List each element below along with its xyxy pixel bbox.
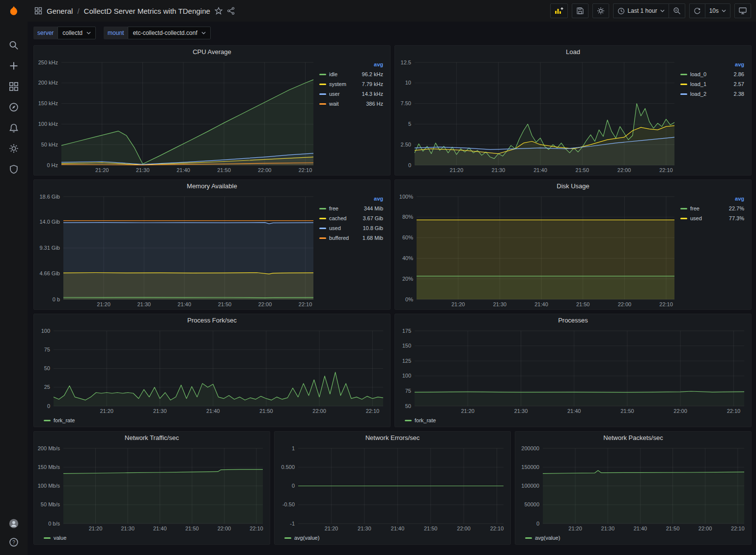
memory-available-chart[interactable]: 0 b4.66 Gib9.31 Gib14.0 Gib18.6 Gib21:20…	[36, 193, 318, 308]
zoom-out-button[interactable]	[669, 3, 685, 18]
legend-item: user14.3 kHz	[318, 89, 384, 99]
legend-item: avg(value)	[524, 533, 561, 543]
variable-server-select[interactable]: collectd	[57, 27, 96, 39]
grafana-logo-icon[interactable]	[7, 5, 20, 18]
legend-series-name[interactable]: used	[329, 225, 341, 231]
panel-title[interactable]: Network Errors/sec	[275, 432, 510, 444]
svg-text:21:30: 21:30	[121, 526, 135, 531]
legend-series-name[interactable]: fork_rate	[415, 417, 436, 423]
chart-svg: 0 b4.66 Gib9.31 Gib14.0 Gib18.6 Gib21:20…	[36, 193, 318, 308]
svg-text:22:00: 22:00	[312, 408, 326, 414]
refresh-interval-picker[interactable]: 10s	[705, 3, 730, 18]
legend-series-name[interactable]: system	[329, 81, 346, 87]
panel-title[interactable]: Processes	[395, 314, 751, 327]
legend-series-name[interactable]: buffered	[329, 235, 349, 241]
favorite-star-icon[interactable]	[215, 7, 223, 15]
svg-text:25: 25	[44, 384, 50, 390]
legend-color-line	[319, 237, 326, 239]
time-range-picker[interactable]: Last 1 hour	[613, 3, 669, 18]
panel-memory-available: Memory Available 0 b4.66 Gib9.31 Gib14.0…	[33, 179, 391, 310]
svg-text:21:20: 21:20	[461, 408, 475, 414]
legend-series-name[interactable]: used	[690, 215, 702, 221]
panel-title[interactable]: Network Traffic/sec	[34, 432, 270, 444]
legend-avg-header[interactable]: avg	[318, 195, 384, 204]
legend-series-name[interactable]: user	[329, 91, 339, 97]
legend-series-value: 2.86	[734, 71, 744, 77]
cpu-average-chart[interactable]: 0 Hz50 kHz100 kHz150 kHz200 kHz250 kHz21…	[36, 58, 318, 174]
panel-load: Load 02.5057.501012.521:2021:3021:4021:5…	[394, 45, 752, 175]
dashboards-icon[interactable]	[9, 82, 19, 91]
breadcrumb: General / CollectD Server Metrics with T…	[34, 7, 235, 15]
legend-color-line	[680, 218, 687, 219]
panel-title[interactable]: Process Fork/sec	[34, 314, 390, 327]
legend-series-name[interactable]: value	[54, 535, 66, 541]
dashboard-settings-button[interactable]	[592, 3, 609, 18]
svg-text:80%: 80%	[402, 214, 413, 220]
legend-series-name[interactable]: fork_rate	[54, 417, 75, 423]
svg-text:75: 75	[44, 347, 50, 352]
legend-avg-header[interactable]: avg	[318, 60, 384, 69]
explore-compass-icon[interactable]	[9, 102, 19, 112]
user-avatar[interactable]	[9, 519, 19, 528]
panel-title[interactable]: Disk Usage	[395, 180, 751, 193]
create-plus-icon[interactable]	[9, 61, 19, 71]
legend-series-name[interactable]: avg(value)	[535, 535, 560, 541]
search-icon[interactable]	[9, 40, 19, 50]
breadcrumb-folder[interactable]: General	[47, 7, 73, 15]
legend-series-value: 344 Mib	[364, 205, 383, 211]
panel-title[interactable]: CPU Average	[34, 46, 390, 58]
panel-title[interactable]: Memory Available	[34, 180, 390, 193]
svg-text:21:20: 21:20	[95, 167, 109, 173]
legend-color-line	[44, 420, 51, 421]
svg-text:22:00: 22:00	[617, 167, 631, 173]
dashboard-title[interactable]: CollectD Server Metrics with TDengine	[84, 7, 210, 15]
legend-series-name[interactable]: avg(value)	[294, 535, 319, 541]
svg-text:21:40: 21:40	[178, 301, 192, 307]
save-dashboard-button[interactable]	[572, 3, 588, 18]
legend-color-line	[680, 208, 687, 209]
svg-text:22:00: 22:00	[699, 526, 712, 531]
network-errors-chart[interactable]: -1-0.5000.500121:2021:3021:4021:5022:002…	[277, 444, 508, 532]
legend-series-name[interactable]: free	[329, 205, 338, 211]
legend-series-name[interactable]: free	[690, 205, 700, 211]
network-traffic-chart[interactable]: 0 b/s50 Mb/s100 Mb/s150 Mb/s200 Mb/s21:2…	[36, 444, 268, 532]
chart-svg: 05000010000015000020000021:2021:3021:402…	[517, 444, 749, 532]
legend-series-name[interactable]: load_0	[690, 71, 706, 77]
add-panel-button[interactable]	[550, 3, 568, 18]
svg-text:100: 100	[402, 373, 411, 379]
share-icon[interactable]	[227, 7, 235, 15]
legend-color-line	[284, 537, 291, 539]
svg-text:50: 50	[405, 403, 411, 409]
processes-chart[interactable]: 507510012515017521:2021:3021:4021:5022:0…	[397, 327, 749, 415]
cycle-view-mode-button[interactable]	[734, 3, 751, 18]
help-icon[interactable]: ?	[9, 537, 19, 547]
svg-text:20%: 20%	[402, 276, 413, 282]
panel-title[interactable]: Load	[395, 46, 751, 58]
dashboard-grid-icon	[34, 7, 42, 15]
svg-text:21:30: 21:30	[514, 408, 528, 414]
network-packets-chart[interactable]: 05000010000015000020000021:2021:3021:402…	[517, 444, 749, 532]
configuration-gear-icon[interactable]	[9, 144, 19, 153]
svg-text:0: 0	[47, 403, 50, 409]
variable-mount-select[interactable]: etc-collectd-collectd.conf	[128, 27, 210, 39]
alerting-bell-icon[interactable]	[9, 123, 19, 133]
legend-avg-header[interactable]: avg	[679, 195, 745, 204]
legend-series-name[interactable]: cached	[329, 215, 346, 221]
svg-text:-1: -1	[290, 521, 295, 526]
load-legend: avgload_02.86load_12.57load_22.38	[679, 58, 749, 174]
legend-series-name[interactable]: load_1	[690, 81, 706, 87]
server-admin-shield-icon[interactable]	[9, 164, 19, 174]
disk-usage-chart[interactable]: 0%20%40%60%80%100%21:2021:3021:4021:5022…	[397, 193, 679, 308]
legend-avg-header[interactable]: avg	[679, 60, 745, 69]
legend-color-line	[405, 420, 412, 421]
process-fork-chart[interactable]: 025507510021:2021:3021:4021:5022:0022:10	[36, 327, 388, 415]
legend-series-name[interactable]: idle	[329, 71, 337, 77]
load-chart[interactable]: 02.5057.501012.521:2021:3021:4021:5022:0…	[397, 58, 679, 174]
legend-series-name[interactable]: load_2	[690, 91, 706, 97]
svg-text:0: 0	[408, 162, 411, 168]
panel-title[interactable]: Network Packets/sec	[515, 432, 751, 444]
panel-processes: Processes 507510012515017521:2021:3021:4…	[394, 314, 752, 427]
refresh-button[interactable]	[689, 3, 705, 18]
svg-text:50 kHz: 50 kHz	[41, 142, 58, 147]
legend-series-name[interactable]: wait	[329, 101, 339, 107]
